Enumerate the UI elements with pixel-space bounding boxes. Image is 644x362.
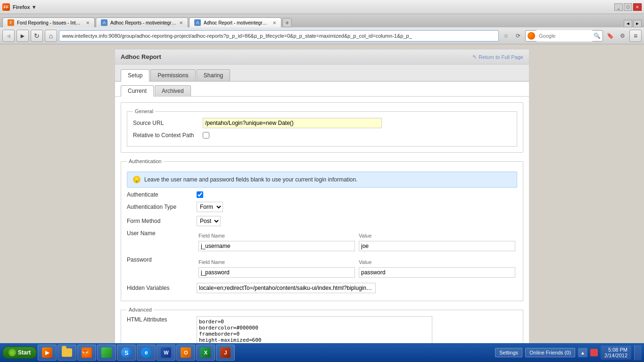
- return-link-label: Return to Full Page: [479, 54, 523, 60]
- back-button[interactable]: ◄: [2, 30, 15, 42]
- password-value-header: Value: [357, 258, 517, 266]
- authenticate-row: Authenticate: [127, 191, 517, 198]
- browser-name: Firefox ▼: [13, 4, 37, 10]
- restore-btn[interactable]: □: [624, 3, 632, 11]
- forward-button[interactable]: ►: [17, 30, 29, 42]
- media-icon: ▶: [42, 347, 52, 358]
- word-icon: W: [161, 347, 171, 358]
- taskbar-clock: 5:08 PM 2/14/2012: [601, 346, 631, 360]
- search-submit-icon[interactable]: 🔍: [594, 33, 601, 39]
- skype-icon: S: [121, 347, 132, 358]
- taskbar-firefox-btn[interactable]: 🦊: [77, 345, 96, 361]
- form-content: Current Archived General Source URL Rela…: [115, 82, 529, 343]
- taskbar-excel-btn[interactable]: X: [196, 345, 215, 361]
- form-method-label: Form Method: [127, 218, 193, 224]
- authenticate-label: Authenticate: [127, 191, 193, 198]
- tab-close-adhoc-report[interactable]: ✕: [272, 20, 276, 25]
- green-app-icon: [101, 347, 112, 358]
- firefox-logo: FF: [2, 3, 10, 11]
- relative-context-row: Relative to Context Path: [133, 132, 511, 139]
- authentication-section: Authentication 💡 Leave the user name and…: [121, 158, 523, 301]
- taskbar-skype-btn[interactable]: S: [117, 345, 136, 361]
- username-row: User Name Field Name Value: [127, 230, 517, 253]
- tab-scroll-left[interactable]: ◄: [624, 20, 632, 27]
- source-url-input[interactable]: [203, 118, 382, 128]
- panel-title: Adhoc Report: [121, 53, 161, 60]
- username-field-table: Field Name Value: [197, 232, 517, 253]
- tab-setup[interactable]: Setup: [121, 69, 149, 82]
- taskbar-green-btn[interactable]: [97, 345, 116, 361]
- taskbar-java-btn[interactable]: J: [216, 345, 235, 361]
- username-value-input[interactable]: [359, 241, 515, 251]
- page-content: Adhoc Report ⇖ Return to Full Page Setup…: [0, 44, 644, 343]
- tab-adhoc-report-active[interactable]: A Adhoc Report - motiveintegrator.com ✕: [189, 17, 281, 27]
- return-to-full-page-link[interactable]: ⇖ Return to Full Page: [472, 54, 523, 60]
- close-btn[interactable]: ✕: [633, 3, 642, 11]
- tab-sharing[interactable]: Sharing: [197, 69, 230, 81]
- adhoc-report-panel: Adhoc Report ⇖ Return to Full Page Setup…: [115, 49, 529, 338]
- hidden-vars-input[interactable]: [197, 283, 376, 293]
- start-label: Start: [18, 349, 31, 356]
- settings-icon[interactable]: ⚙: [617, 31, 627, 41]
- bookmark-icon[interactable]: 🔖: [605, 31, 615, 41]
- tab-favicon-ford: F: [8, 19, 14, 26]
- taskbar-media-btn[interactable]: ▶: [38, 345, 57, 361]
- taskbar-right-area: Settings Online Friends (0) ▲ 5:08 PM 2/…: [495, 345, 642, 360]
- hidden-vars-row: Hidden Variables: [127, 283, 517, 293]
- source-url-label: Source URL: [133, 120, 199, 126]
- return-link-icon: ⇖: [472, 54, 477, 60]
- tab-permissions[interactable]: Permissions: [150, 69, 195, 81]
- username-label: User Name: [127, 230, 193, 237]
- password-value-input[interactable]: [359, 267, 515, 278]
- google-icon: [528, 32, 535, 40]
- folder-icon: [62, 348, 72, 357]
- username-field-name-input[interactable]: [198, 241, 355, 251]
- sub-tab-archived[interactable]: Archived: [155, 85, 191, 96]
- advanced-section: Advanced HTML Attributes border=0 border…: [121, 307, 523, 343]
- outlook-icon: O: [181, 347, 191, 358]
- html-attrs-label: HTML Attributes: [127, 316, 193, 323]
- start-button[interactable]: Start: [2, 346, 37, 359]
- tab-adhoc-reports[interactable]: A Adhoc Reports - motiveintegrator.com ✕: [96, 17, 188, 27]
- advanced-section-title: Advanced: [127, 307, 154, 313]
- bookmark-star-icon[interactable]: ☆: [501, 31, 511, 41]
- network-icon: [590, 349, 598, 356]
- search-input[interactable]: [536, 30, 593, 41]
- new-tab-button[interactable]: +: [282, 18, 292, 27]
- browser-titlebar: FF Firefox ▼ _ □ ✕: [0, 0, 644, 14]
- taskbar-files-btn[interactable]: [58, 345, 76, 361]
- taskbar-online-friends-button[interactable]: Online Friends (0): [525, 348, 575, 357]
- show-desktop-btn[interactable]: [634, 345, 642, 360]
- tab-ford-reporting[interactable]: F Ford Reporting - Issues - Intellectyx …: [2, 17, 95, 27]
- taskbar-ie-btn[interactable]: e: [137, 345, 156, 361]
- tab-label-adhoc-reports: Adhoc Reports - motiveintegrator.com: [110, 20, 176, 25]
- taskbar-date-text: 2/14/2012: [604, 353, 627, 358]
- form-method-select[interactable]: Post Get: [197, 216, 221, 226]
- browser-toolbar: ◄ ► ↻ ⌂ ☆ ⟳ 🔍 🔖 ⚙ ≡: [0, 27, 644, 44]
- refresh-icon[interactable]: ⟳: [513, 31, 523, 41]
- home-button[interactable]: ⌂: [45, 30, 57, 42]
- relative-context-checkbox[interactable]: [203, 132, 209, 139]
- reload-button[interactable]: ↻: [31, 30, 43, 42]
- taskbar-outlook-btn[interactable]: O: [176, 345, 195, 361]
- minimize-btn[interactable]: _: [614, 3, 623, 11]
- tab-label-ford: Ford Reporting - Issues - Intellectyx P.…: [17, 20, 83, 25]
- authenticate-checkbox[interactable]: [197, 191, 203, 198]
- menu-button[interactable]: ≡: [629, 30, 642, 42]
- tab-scroll-right[interactable]: ►: [633, 20, 642, 27]
- auth-type-select[interactable]: Form Basic: [197, 202, 223, 212]
- username-field-name-header: Field Name: [197, 232, 357, 239]
- sub-tab-current[interactable]: Current: [121, 85, 154, 97]
- password-label: Password: [127, 256, 193, 263]
- address-bar[interactable]: [59, 30, 499, 41]
- authentication-section-title: Authentication: [127, 158, 164, 164]
- tab-close-ford[interactable]: ✕: [86, 20, 90, 25]
- main-tabs: Setup Permissions Sharing: [115, 65, 529, 82]
- tab-favicon-adhoc-report: A: [194, 19, 201, 26]
- auth-type-row: Authentication Type Form Basic: [127, 202, 517, 212]
- html-attrs-textarea[interactable]: border=0 bordercolor=#000000 frameborder…: [197, 316, 432, 343]
- taskbar-word-btn[interactable]: W: [157, 345, 175, 361]
- tab-close-adhoc-reports[interactable]: ✕: [179, 20, 183, 25]
- taskbar-settings-button[interactable]: Settings: [495, 348, 522, 357]
- password-field-name-input[interactable]: [198, 267, 355, 278]
